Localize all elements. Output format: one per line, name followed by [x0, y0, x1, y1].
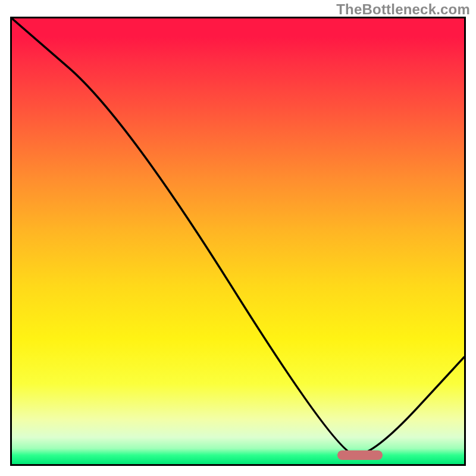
optimal-marker — [337, 450, 383, 460]
watermark-text: TheBottleneck.com — [336, 1, 470, 18]
plot-area — [10, 17, 466, 466]
chart-stage: TheBottleneck.com — [0, 0, 476, 476]
bottleneck-curve — [12, 18, 464, 464]
curve-path — [12, 18, 464, 455]
